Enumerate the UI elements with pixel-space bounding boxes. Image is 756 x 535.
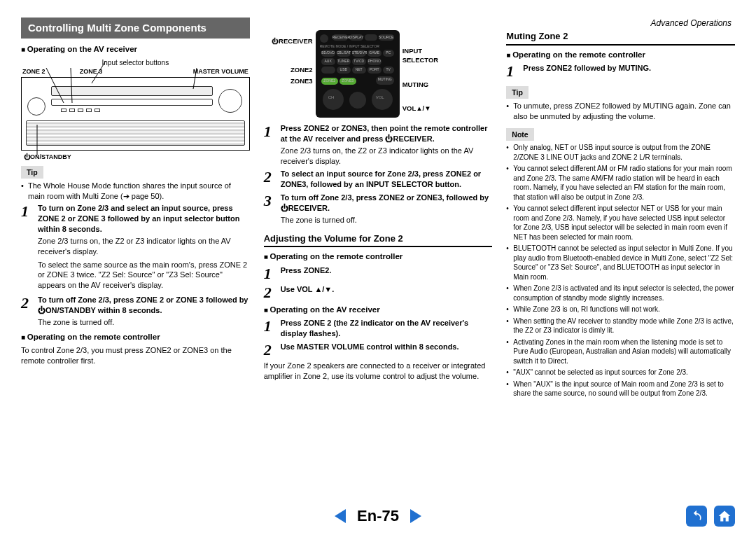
- col1-tip-label: Tip: [21, 166, 43, 179]
- col2-step-1: 1 Press ZONE2 or ZONE3, then point the r…: [264, 123, 493, 166]
- column-2: ⏻RECEIVER ZONE2 ZONE3 RECEIVER DISPLAY S…: [264, 18, 493, 401]
- title-bar: Controlling Multi Zone Components: [21, 18, 250, 39]
- col1-step-2: 2 To turn off Zone 2/3, press ZONE 2 or …: [21, 295, 250, 328]
- column-1: Controlling Multi Zone Components Operat…: [21, 18, 250, 401]
- col2-step-b1: 1 Press ZONE2.: [264, 265, 493, 282]
- col3-note-list: Only analog, NET or USB input source is …: [506, 143, 735, 398]
- col3-note-item: When Zone 2/3 is activated and its input…: [506, 284, 735, 303]
- col3-tip-item: To unmute, press ZONE2 followed by MUTIN…: [506, 101, 735, 122]
- col2-heading-remote: Operating on the remote controller: [264, 251, 493, 263]
- col3-note-item: Activating Zones in the main room when t…: [506, 338, 735, 366]
- col3-note-item: When "AUX" is the input source of Main r…: [506, 380, 735, 398]
- col2-heading-adjust: Adjusting the Volume for Zone 2: [264, 232, 493, 248]
- remote-label-zone3: ZONE3: [290, 77, 313, 86]
- back-icon[interactable]: [686, 506, 707, 527]
- remote-diagram: ⏻RECEIVER ZONE2 ZONE3 RECEIVER DISPLAY S…: [264, 30, 493, 118]
- col1-heading-remote: Operating on the remote controller: [21, 332, 250, 343]
- home-icon[interactable]: [714, 506, 735, 527]
- remote-label-muting: MUTING: [402, 81, 428, 90]
- svg-line-0: [46, 68, 64, 103]
- page-number: En-75: [357, 506, 399, 527]
- column-3: Muting Zone 2 Operating on the remote co…: [506, 18, 735, 401]
- svg-line-1: [71, 68, 72, 103]
- col2-step-b2: 2 Use VOL ▲/▼.: [264, 284, 493, 300]
- next-page-icon[interactable]: [410, 509, 421, 523]
- col3-note-label: Note: [506, 128, 533, 141]
- col3-note-item: While Zone 2/3 is on, RI functions will …: [506, 305, 735, 314]
- col2-step-c2: 2 Use MASTER VOLUME control within 8 sec…: [264, 342, 493, 358]
- col1-tip-item: The Whole House Mode function shares the…: [21, 181, 250, 202]
- page-columns: Controlling Multi Zone Components Operat…: [0, 0, 756, 401]
- col3-tip-list: To unmute, press ZONE2 followed by MUTIN…: [506, 101, 735, 122]
- col2-step-c1: 1 Press ZONE 2 (the Z2 indicator on the …: [264, 318, 493, 339]
- remote-label-vol: VOL▲/▼: [402, 104, 431, 113]
- col2-step-2: 2 To select an input source for Zone 2/3…: [264, 169, 493, 190]
- footer: En-75: [0, 496, 756, 535]
- receiver-diagram: [21, 77, 250, 151]
- col1-remote-text: To control Zone 2/3, you must press ZONE…: [21, 345, 250, 366]
- receiver-caption: Input selector buttons: [21, 58, 250, 68]
- remote-label-input: INPUT SELECTOR: [402, 47, 439, 65]
- col1-tip-list: The Whole House Mode function shares the…: [21, 181, 250, 202]
- col3-note-item: "AUX" cannot be selected as input source…: [506, 368, 735, 377]
- prev-page-icon[interactable]: [335, 509, 346, 523]
- col2-heading-av: Operating on the AV receiver: [264, 305, 493, 316]
- col1-step-1: 1 To turn on Zone 2/3 and select an inpu…: [21, 203, 250, 256]
- col3-note-item: You cannot select different input select…: [506, 204, 735, 242]
- col3-tip-label: Tip: [506, 86, 528, 99]
- col3-note-item: Only analog, NET or USB input source is …: [506, 143, 735, 162]
- col2-tail: If your Zone 2 speakers are connected to…: [264, 361, 493, 382]
- col1-heading-av: Operating on the AV receiver: [21, 44, 250, 55]
- col2-step-3: 3 To turn off Zone 2/3, press ZONE2 or Z…: [264, 193, 493, 225]
- col3-step-1: 1 Press ZONE2 followed by MUTING.: [506, 63, 735, 79]
- header-section: Advanced Operations: [651, 18, 732, 29]
- col3-note-item: When setting the AV receiver to standby …: [506, 317, 735, 335]
- remote-label-zone2: ZONE2: [290, 66, 313, 75]
- col1-note-a: To select the same source as the main ro…: [38, 260, 250, 291]
- col3-note-item: BLUETOOTH cannot be selected as input se…: [506, 244, 735, 282]
- col3-note-item: You cannot select different AM or FM rad…: [506, 164, 735, 202]
- col3-heading-remote: Operating on the remote controller: [506, 50, 735, 61]
- col3-heading-mute: Muting Zone 2: [506, 30, 735, 46]
- remote-label-receiver: ⏻RECEIVER: [272, 37, 313, 46]
